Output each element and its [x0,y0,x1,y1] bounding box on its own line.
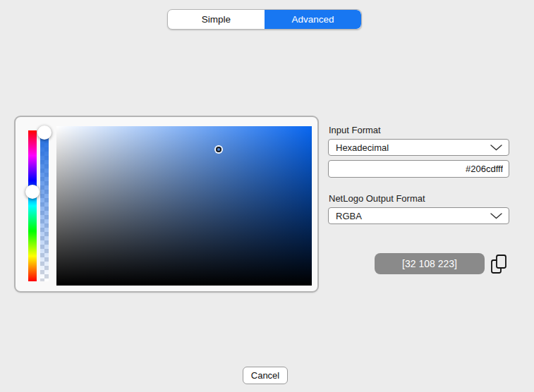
input-format-label: Input Format [329,125,381,135]
alpha-slider-thumb[interactable] [37,125,51,140]
color-picker-dialog: Simple Advanced Input Format Hexadecimal… [0,0,534,392]
output-format-dropdown[interactable]: RGBA [328,207,509,224]
input-format-dropdown[interactable]: Hexadecimal [328,139,509,156]
chevron-down-icon [490,213,502,219]
alpha-gradient-overlay [40,130,49,281]
output-format-selected-value: RGBA [336,211,362,221]
simple-mode-button[interactable]: Simple [168,10,265,29]
output-format-label: NetLogo Output Format [329,193,425,204]
color-selection-cursor[interactable] [216,147,222,152]
cancel-button[interactable]: Cancel [243,367,288,384]
chevron-down-icon [490,145,502,151]
hue-slider[interactable] [28,130,37,281]
netlogo-output-value-button[interactable]: [32 108 223] [375,253,485,274]
copy-icon [490,254,508,276]
input-format-selected-value: Hexadecimal [336,142,389,153]
mode-toggle: Simple Advanced [167,9,362,30]
saturation-brightness-area[interactable] [56,126,312,286]
color-picker-panel [14,116,319,293]
hex-value-input[interactable] [328,160,509,178]
hue-slider-thumb[interactable] [25,185,40,199]
copy-button[interactable] [489,253,509,276]
advanced-mode-button[interactable]: Advanced [265,10,361,29]
alpha-slider[interactable] [40,130,49,281]
